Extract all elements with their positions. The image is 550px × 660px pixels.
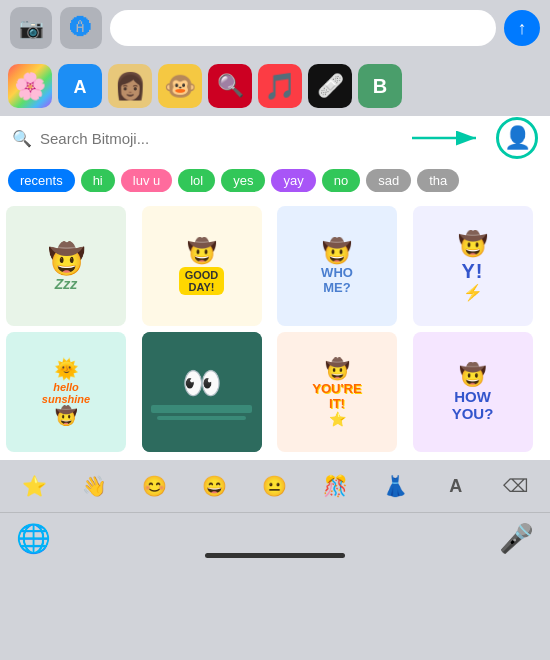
tag-tha[interactable]: tha <box>417 169 459 192</box>
send-icon: ↑ <box>518 18 527 39</box>
sticker-yo[interactable]: 🤠 Y! ⚡ <box>413 206 533 326</box>
grin-tab[interactable]: 😄 <box>197 468 233 504</box>
wave-icon: 👋 <box>82 474 107 498</box>
globe-icon: 🌐 <box>16 523 51 554</box>
outfit-icon: 👗 <box>383 474 408 498</box>
bitmoji-avatar-button[interactable]: 👤 <box>496 117 538 159</box>
wave-tab[interactable]: 👋 <box>76 468 112 504</box>
sticker-whome[interactable]: 🤠 WHOME? <box>277 206 397 326</box>
right-arrow-icon <box>408 126 488 150</box>
sticker-youreit[interactable]: 🤠 YOU'REIT! ⭐ <box>277 332 397 452</box>
emoji-category-bar: ⭐ 👋 😊 😄 😐 🎊 👗 A ⌫ <box>0 460 550 512</box>
text-tab[interactable]: A <box>438 468 474 504</box>
sticker-howyou[interactable]: 🤠 HOWYOU? <box>413 332 533 452</box>
text-a-icon: A <box>449 476 462 497</box>
app-icon-appstore[interactable]: A <box>58 64 102 108</box>
app-icons-row: 🌸 A 👩🏽 🐵 🔍 🎵 🩹 B <box>0 56 550 116</box>
tag-recents[interactable]: recents <box>8 169 75 192</box>
home-indicator <box>205 553 345 558</box>
sticker-goodday[interactable]: 🤠 GOODDAY! <box>142 206 262 326</box>
tag-yes[interactable]: yes <box>221 169 265 192</box>
party-tab[interactable]: 🎊 <box>317 468 353 504</box>
neutral-tab[interactable]: 😐 <box>257 468 293 504</box>
tag-hi[interactable]: hi <box>81 169 115 192</box>
sticker-hellosunshine[interactable]: 🌞 hellosunshine 🤠 <box>6 332 126 452</box>
tag-chips-row: recents hi luv u lol yes yay no sad tha <box>0 160 550 200</box>
appstore-logo-icon: A <box>67 73 93 99</box>
favorites-tab[interactable]: ⭐ <box>16 468 52 504</box>
microphone-button[interactable]: 🎤 <box>499 522 534 555</box>
delete-button[interactable]: ⌫ <box>498 468 534 504</box>
appstore-button[interactable]: 🅐 <box>60 7 102 49</box>
app-icon-music[interactable]: 🎵 <box>258 64 302 108</box>
tag-lol[interactable]: lol <box>178 169 215 192</box>
party-icon: 🎊 <box>323 474 348 498</box>
sticker-sleeping[interactable]: 🤠 Zzz <box>6 206 126 326</box>
camera-icon: 📷 <box>19 16 44 40</box>
tag-yay[interactable]: yay <box>271 169 315 192</box>
keyboard-bottom-bar: 🌐 🎤 <box>0 512 550 564</box>
grin-icon: 😄 <box>202 474 227 498</box>
camera-button[interactable]: 📷 <box>10 7 52 49</box>
app-icon-bitmoji-search[interactable]: 🔍 <box>208 64 252 108</box>
search-icon: 🔍 <box>12 129 32 148</box>
smiley-icon: 😊 <box>142 474 167 498</box>
app-icon-memoji[interactable]: 👩🏽 <box>108 64 152 108</box>
appstore-icon: 🅐 <box>70 15 92 41</box>
send-button[interactable]: ↑ <box>504 10 540 46</box>
svg-text:A: A <box>74 77 87 97</box>
arrow-indicator <box>408 126 488 150</box>
delete-icon: ⌫ <box>503 475 528 497</box>
globe-button[interactable]: 🌐 <box>16 522 51 555</box>
outfit-tab[interactable]: 👗 <box>377 468 413 504</box>
smiley-tab[interactable]: 😊 <box>137 468 173 504</box>
app-icon-monkey[interactable]: 🐵 <box>158 64 202 108</box>
tag-sad[interactable]: sad <box>366 169 411 192</box>
app-icon-photos[interactable]: 🌸 <box>8 64 52 108</box>
sticker-grid: 🤠 Zzz 🤠 GOODDAY! 🤠 WHOME? 🤠 Y! ⚡ 🌞 hello… <box>0 200 550 460</box>
bitmoji-face-icon: 👤 <box>504 125 531 151</box>
app-icon-heart[interactable]: 🩹 <box>308 64 352 108</box>
top-bar: 📷 🅐 ↑ <box>0 0 550 56</box>
microphone-icon: 🎤 <box>499 523 534 554</box>
message-input[interactable] <box>110 10 496 46</box>
bitmoji-search-bar: 🔍 👤 <box>0 116 550 160</box>
bitmoji-search-input[interactable] <box>40 130 400 147</box>
tag-no[interactable]: no <box>322 169 360 192</box>
star-icon: ⭐ <box>22 474 47 498</box>
tag-luvu[interactable]: luv u <box>121 169 172 192</box>
app-icon-b[interactable]: B <box>358 64 402 108</box>
sticker-hiding[interactable]: 👀 <box>142 332 262 452</box>
neutral-icon: 😐 <box>262 474 287 498</box>
